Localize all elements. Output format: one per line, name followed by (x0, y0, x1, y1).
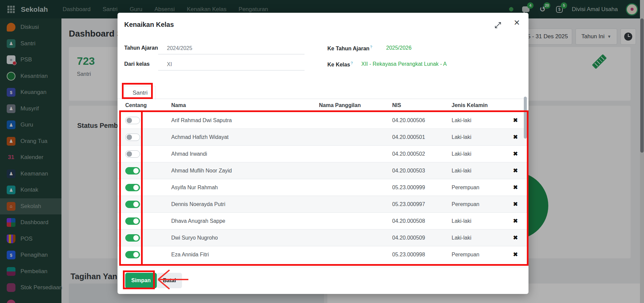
tahun-ajaran-label: Tahun Ajaran (124, 45, 158, 51)
modal-footer: Simpan Batal (118, 267, 528, 294)
cell-nis: 04.20.000501 (392, 129, 425, 145)
cell-nama: Dennis Noerayda Putri (171, 196, 225, 212)
simpan-button[interactable]: Simpan (125, 273, 157, 288)
toggle-knob (133, 218, 139, 224)
toggle-knob (133, 168, 139, 173)
ke-tahun-ajaran-label: Ke Tahun Ajaran? (327, 45, 372, 52)
cell-jenis-kelamin: Perempuan (452, 246, 479, 263)
toggle-knob (133, 185, 139, 190)
table-row: Arif Rahmad Dwi Saputra 04.20.000506 Lak… (118, 112, 528, 129)
dari-kelas-input[interactable] (158, 58, 305, 70)
cell-nama: Ahmad Irwandi (171, 146, 207, 162)
form-row-1: Tahun Ajaran Ke Tahun Ajaran? 2025/2026 (118, 42, 528, 56)
cell-jenis-kelamin: Perempuan (452, 196, 479, 212)
cell-jenis-kelamin: Laki-laki (452, 230, 471, 246)
toggle-knob (127, 151, 132, 157)
tahun-ajaran-input[interactable] (158, 42, 305, 54)
table-row: Achmad Hafizh Widayat 04.20.000501 Laki-… (118, 129, 528, 145)
cell-nis: 05.23.000999 (392, 179, 425, 196)
close-icon[interactable]: × (514, 17, 520, 28)
remove-row-icon[interactable]: ✖ (513, 184, 518, 191)
remove-row-icon[interactable]: ✖ (513, 251, 518, 258)
cell-nis: 04.20.000508 (392, 213, 425, 229)
row-toggle[interactable] (125, 167, 140, 174)
cell-jenis-kelamin: Perempuan (452, 179, 479, 196)
cell-jenis-kelamin: Laki-laki (452, 213, 471, 229)
cell-jenis-kelamin: Laki-laki (452, 146, 471, 162)
cell-nama: Dhava Anugrah Sappe (171, 213, 225, 229)
ke-kelas-label: Ke Kelas? (327, 61, 353, 68)
table-row: Asyifa Nur Rahmah 05.23.000999 Perempuan… (118, 179, 528, 196)
tab-santri[interactable]: Santri (124, 86, 156, 100)
remove-row-icon[interactable]: ✖ (513, 167, 518, 174)
dari-kelas-label: Dari kelas (124, 61, 150, 67)
row-toggle[interactable] (125, 184, 140, 191)
cell-jenis-kelamin: Laki-laki (452, 112, 471, 129)
toggle-knob (133, 252, 139, 257)
toggle-knob (133, 202, 139, 207)
page: Sekolah DashboardSantriGuruAbsensiKenaik… (0, 0, 644, 303)
toggle-knob (133, 235, 139, 241)
table-row: Eza Annida Fitri 05.23.000998 Perempuan … (118, 246, 528, 263)
santri-table-rows: Arif Rahmad Dwi Saputra 04.20.000506 Lak… (118, 112, 528, 263)
form-row-2: Dari kelas Ke Kelas? XII - Rekayasa Pera… (118, 58, 528, 72)
cell-jenis-kelamin: Laki-laki (452, 162, 471, 179)
cell-nama: Achmad Hafizh Widayat (171, 129, 229, 145)
cell-nama: Asyifa Nur Rahmah (171, 179, 218, 196)
help-icon[interactable]: ? (351, 61, 353, 65)
cell-nama: Arif Rahmad Dwi Saputra (171, 112, 232, 129)
cell-nama: Ahmad Muflih Noor Zayid (171, 162, 232, 179)
header-nama: Nama (171, 99, 186, 111)
cell-nis: 04.20.000503 (392, 162, 425, 179)
kenaikan-kelas-modal: Kenaikan Kelas × Tahun Ajaran Ke Tahun A… (118, 13, 528, 294)
cell-nama: Dwi Suryo Nugroho (171, 230, 218, 246)
cell-nis: 04.20.000509 (392, 230, 425, 246)
toggle-knob (127, 118, 132, 123)
modal-scrollbar-thumb[interactable] (524, 97, 527, 139)
row-toggle[interactable] (125, 234, 140, 242)
header-nis: NIS (392, 99, 401, 111)
table-row: Dhava Anugrah Sappe 04.20.000508 Laki-la… (118, 212, 528, 229)
header-centang: Centang (125, 99, 147, 111)
cell-nis: 04.20.000506 (392, 112, 425, 129)
remove-row-icon[interactable]: ✖ (513, 134, 518, 141)
cell-nis: 04.20.000502 (392, 146, 425, 162)
table-row: Ahmad Irwandi 04.20.000502 Laki-laki ✖ (118, 145, 528, 162)
header-nama-panggilan: Nama Panggilan (319, 99, 361, 111)
row-toggle[interactable] (125, 201, 140, 208)
cell-jenis-kelamin: Laki-laki (452, 129, 471, 145)
row-toggle[interactable] (125, 150, 140, 158)
header-jenis-kelamin: Jenis Kelamin (452, 99, 488, 111)
cell-nama: Eza Annida Fitri (171, 246, 209, 263)
remove-row-icon[interactable]: ✖ (513, 117, 518, 124)
help-icon[interactable]: ? (370, 45, 372, 49)
modal-title: Kenaikan Kelas (124, 21, 174, 29)
row-toggle[interactable] (125, 117, 140, 124)
table-header: Centang Nama Nama Panggilan NIS Jenis Ke… (118, 99, 528, 111)
cell-nis: 05.23.000997 (392, 196, 425, 212)
table-row: Ahmad Muflih Noor Zayid 04.20.000503 Lak… (118, 162, 528, 179)
ke-tahun-ajaran-value[interactable]: 2025/2026 (386, 45, 412, 51)
expand-icon[interactable] (494, 21, 502, 29)
batal-button[interactable]: Batal (157, 273, 182, 288)
remove-row-icon[interactable]: ✖ (513, 150, 518, 157)
tab-bar-divider (118, 99, 528, 99)
table-row: Dwi Suryo Nugroho 04.20.000509 Laki-laki… (118, 229, 528, 246)
cell-nis: 05.23.000998 (392, 246, 425, 263)
row-toggle[interactable] (125, 251, 140, 258)
remove-row-icon[interactable]: ✖ (513, 234, 518, 241)
remove-row-icon[interactable]: ✖ (513, 201, 518, 208)
row-toggle[interactable] (125, 217, 140, 225)
row-toggle[interactable] (125, 134, 140, 141)
table-row: Dennis Noerayda Putri 05.23.000997 Perem… (118, 196, 528, 212)
ke-kelas-value[interactable]: XII - Rekayasa Perangkat Lunak - A (361, 61, 447, 67)
remove-row-icon[interactable]: ✖ (513, 217, 518, 224)
toggle-knob (127, 135, 132, 140)
